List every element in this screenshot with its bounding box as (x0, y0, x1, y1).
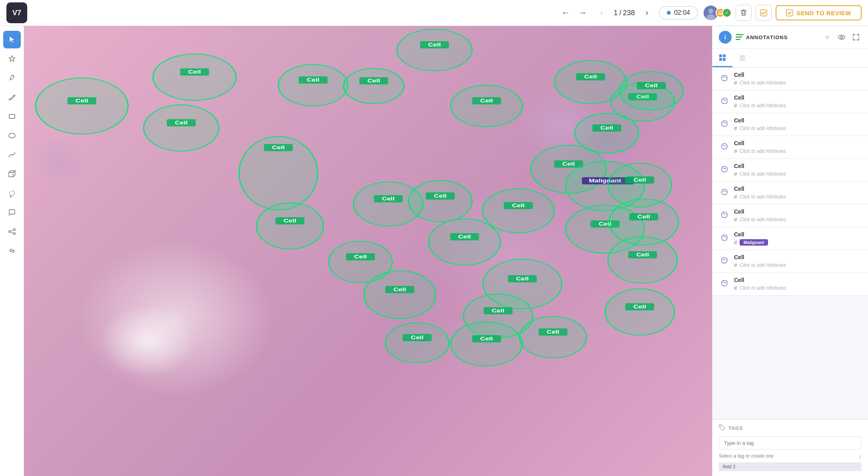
annotations-circle-button[interactable]: ○ (822, 32, 833, 43)
undo-button[interactable]: ← (558, 6, 573, 20)
tab-grid-active[interactable] (712, 49, 732, 67)
svg-line-15 (10, 230, 13, 231)
hash-icon-7: # (734, 216, 737, 223)
spline-tool-button[interactable] (3, 146, 21, 164)
ellipse-tool-button[interactable] (3, 127, 21, 144)
svg-point-123 (720, 426, 721, 427)
image-separator: / (619, 9, 621, 17)
main-content: Cell Cell Cell Cell Cell (0, 26, 868, 476)
annotation-title-2: Cell (734, 94, 862, 101)
annotation-content-2: Cell #Click to add Attributes (734, 94, 862, 109)
panel-info-icon[interactable]: i (719, 31, 732, 44)
annotation-attr-text-9[interactable]: Click to add Attributes (740, 262, 786, 268)
annotation-row-5[interactable]: Cell #Click to add Attributes (712, 159, 868, 182)
annotation-content-9: Cell #Click to add Attributes (734, 254, 862, 268)
cuboid-tool-button[interactable] (3, 165, 21, 183)
microscopy-background (24, 26, 712, 476)
annotations-expand-button[interactable] (850, 32, 862, 43)
info-icon-label: i (724, 34, 726, 40)
field-badge: field 2 (719, 462, 862, 471)
annotation-attr-text-10[interactable]: Click to add Attributes (740, 285, 786, 291)
pencil-tool-button[interactable] (3, 88, 21, 106)
image-total: 238 (623, 9, 635, 17)
svg-rect-111 (736, 34, 744, 35)
annotation-row-9[interactable]: Cell #Click to add Attributes (712, 250, 868, 273)
tag-input[interactable] (719, 436, 862, 450)
annotation-attr-text-2[interactable]: Click to add Attributes (740, 103, 786, 108)
svg-point-14 (13, 233, 15, 235)
toolbar-right-controls: ✓ SEND TO REVIEW (703, 5, 862, 21)
connect-tool-button[interactable] (3, 223, 21, 240)
timer-dot (667, 11, 671, 15)
annotation-type-icon-1 (719, 72, 730, 84)
send-to-review-button[interactable]: SEND TO REVIEW (776, 5, 862, 20)
annotation-row-3[interactable]: Cell #Click to add Attributes (712, 113, 868, 136)
annotation-title-1: Cell (734, 72, 862, 78)
annotation-tag-8[interactable]: Malignant (740, 239, 768, 246)
annotation-type-icon-5 (719, 164, 730, 175)
svg-rect-116 (719, 54, 722, 57)
hash-icon-3: # (734, 125, 737, 132)
next-image-button[interactable]: › (640, 6, 654, 20)
annotation-title-7: Cell (734, 208, 862, 215)
rect-tool-button[interactable] (3, 108, 21, 125)
annotation-attr-text-7[interactable]: Click to add Attributes (740, 217, 786, 222)
hash-icon-8: # (734, 239, 737, 246)
annotation-attr-text-5[interactable]: Click to add Attributes (740, 171, 786, 177)
annotation-row-2[interactable]: Cell #Click to add Attributes (712, 90, 868, 113)
hash-icon-2: # (734, 102, 737, 109)
svg-point-13 (13, 229, 15, 231)
tab-list[interactable] (732, 49, 752, 67)
annotation-type-icon-10 (719, 278, 730, 289)
annotation-row-1[interactable]: Cell #Click to add Attributes (712, 68, 868, 90)
image-current: 1 (614, 9, 618, 17)
annotation-attr-text-1[interactable]: Click to add Attributes (740, 80, 786, 86)
annotation-row-4[interactable]: Cell #Click to add Attributes (712, 136, 868, 159)
svg-rect-11 (9, 172, 13, 177)
annotation-row-6[interactable]: Cell #Click to add Attributes (712, 182, 868, 204)
svg-rect-7 (786, 10, 793, 16)
annotation-row-8[interactable]: Cell #Malignant (712, 227, 868, 250)
auto-annotate-tool-button[interactable] (3, 50, 21, 68)
left-sidebar (0, 26, 24, 476)
annotation-content-1: Cell #Click to add Attributes (734, 72, 862, 86)
lasso-tool-button[interactable] (3, 184, 21, 202)
annotation-title-5: Cell (734, 163, 862, 169)
select-tool-button[interactable] (3, 31, 21, 48)
avatar-check: ✓ (722, 8, 732, 18)
svg-rect-117 (723, 54, 726, 57)
annotation-row-7[interactable]: Cell #Click to add Attributes (712, 204, 868, 227)
select-tag-hint: Select a tag or create one (719, 453, 774, 459)
hash-icon-6: # (734, 194, 737, 200)
comment-tool-button[interactable] (3, 204, 21, 221)
timer-badge: 02:04 (659, 6, 698, 20)
annotation-title-3: Cell (734, 117, 862, 124)
undo-redo-controls: ← → (558, 6, 590, 20)
annotation-content-4: Cell #Click to add Attributes (734, 140, 862, 154)
annotation-title-6: Cell (734, 186, 862, 192)
annotation-attr-text-6[interactable]: Click to add Attributes (740, 194, 786, 200)
annotation-attr-text-4[interactable]: Click to add Attributes (740, 148, 786, 154)
canvas-area[interactable]: Cell Cell Cell Cell Cell (24, 26, 712, 476)
check-complete-button[interactable] (756, 5, 772, 21)
annotations-visibility-button[interactable] (836, 32, 847, 43)
prev-image-button[interactable]: ‹ (594, 6, 609, 20)
pen-tool-button[interactable] (3, 69, 21, 87)
right-panel: i ANNOTATIONS ○ (712, 26, 868, 476)
panel-header: i ANNOTATIONS ○ (712, 26, 868, 49)
panel-sub-header (712, 49, 868, 68)
tags-icon (719, 424, 725, 432)
redo-button[interactable]: → (575, 6, 590, 20)
send-review-label: SEND TO REVIEW (796, 10, 851, 16)
annotation-type-icon-9 (719, 255, 730, 266)
hash-icon-9: # (734, 262, 737, 268)
annotation-attr-text-3[interactable]: Click to add Attributes (740, 126, 786, 131)
annotation-row-10[interactable]: Cell #Click to add Attributes (712, 273, 868, 296)
link-tool-button[interactable] (3, 242, 21, 260)
trash-button[interactable] (736, 5, 752, 21)
panel-controls: ○ (822, 32, 862, 43)
svg-rect-113 (736, 39, 740, 40)
svg-point-10 (9, 133, 15, 138)
hash-icon-10: # (734, 285, 737, 291)
tags-title: TAGS (728, 426, 743, 431)
